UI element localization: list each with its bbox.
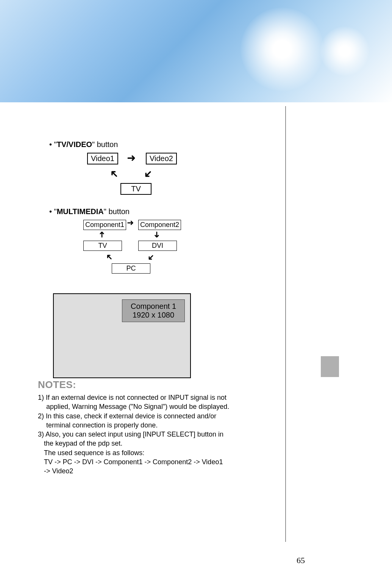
bullet-prefix: • ": [49, 140, 57, 149]
bullet-prefix: • ": [49, 207, 57, 216]
osd-line2: 1920 x 1080: [123, 311, 184, 319]
notes-body: 1) If an external device is not connecte…: [38, 393, 239, 476]
box-component2: Component2: [138, 220, 181, 230]
box-dvi: DVI: [138, 241, 177, 251]
dandelion-graphic: [241, 8, 324, 91]
box-video2: Video2: [146, 153, 177, 164]
note-line: TV -> PC -> DVI -> Component1 -> Compone…: [38, 457, 239, 466]
note-line: terminal connection is properly done.: [38, 421, 239, 430]
main-content: • "TV/VIDEO" button Video1 ➜ Video2 ➜ ➜ …: [49, 140, 239, 378]
box-component1: Component1: [83, 220, 126, 230]
tv-video-diagram: Video1 ➜ Video2 ➜ ➜ TV: [49, 153, 239, 198]
heading-bold: MULTIMEDIA: [57, 207, 104, 216]
box-tv: TV: [83, 241, 122, 251]
notes-section: NOTES: 1) If an external device is not c…: [38, 379, 239, 476]
arrow-downleft-icon: ➜: [141, 167, 155, 181]
arrow-downleft-icon: ➜: [146, 252, 156, 263]
arrow-upleft-icon: ➜: [104, 252, 115, 263]
note-line: -> Video2: [38, 466, 239, 476]
page-header-decoration: [0, 0, 392, 102]
bullet-suffix: " button: [104, 207, 130, 216]
arrow-right-icon: ➜: [127, 153, 136, 163]
note-line: applied, Warning Message ("No Signal") w…: [38, 402, 239, 411]
note-line: 3) Also, you can select input using [INP…: [38, 430, 239, 439]
note-line: the keypad of the pdp set.: [38, 439, 239, 448]
box-video1: Video1: [87, 153, 118, 164]
note-line: 2) In this case, check if external devic…: [38, 412, 239, 421]
dandelion-graphic: [320, 27, 369, 76]
note-line: The used sequence is as follows:: [38, 448, 239, 457]
arrow-right-icon: ➜: [127, 219, 134, 227]
multimedia-heading: • "MULTIMEDIA" button: [49, 207, 239, 216]
arrow-up-icon: ➜: [98, 231, 106, 238]
box-pc: PC: [112, 263, 150, 274]
multimedia-diagram: Component1 ➜ Component2 ➜ ➜ TV DVI ➜ ➜ P…: [49, 220, 239, 284]
box-tv: TV: [120, 183, 151, 195]
arrow-upleft-icon: ➜: [107, 167, 121, 181]
note-line: 1) If an external device is not connecte…: [38, 393, 239, 402]
notes-title: NOTES:: [38, 379, 239, 391]
arrow-down-icon: ➜: [153, 231, 161, 238]
bullet-suffix: " button: [92, 140, 118, 149]
osd-info-box: Component 1 1920 x 1080: [122, 299, 185, 322]
heading-bold: TV/VIDEO: [57, 140, 92, 149]
tv-video-heading: • "TV/VIDEO" button: [49, 140, 239, 149]
osd-line1: Component 1: [123, 302, 184, 311]
screen-preview: Component 1 1920 x 1080: [53, 293, 191, 378]
vertical-divider: [285, 106, 286, 542]
page-number: 65: [297, 556, 305, 565]
side-tab-marker: [321, 356, 339, 377]
